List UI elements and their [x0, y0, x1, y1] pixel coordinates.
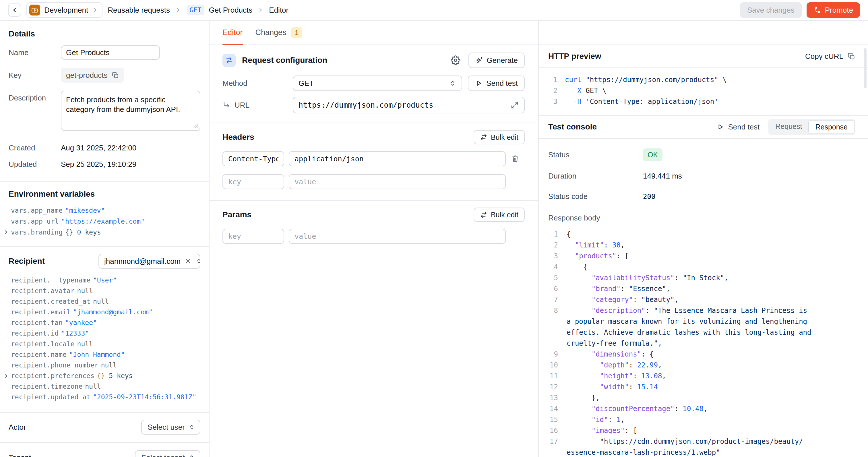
kv-key: recipient.email [11, 308, 71, 316]
bulk-edit-icon [480, 211, 487, 218]
kv-key: recipient.created_at [11, 298, 90, 305]
tab-editor[interactable]: Editor [222, 21, 243, 45]
send-test-button[interactable]: Send test [468, 75, 525, 91]
tenant-select-label: Select tenant [141, 453, 185, 457]
chevron-left-icon [11, 6, 19, 14]
gear-icon[interactable] [451, 55, 460, 65]
response-tab[interactable]: Response [808, 120, 855, 134]
created-value: Aug 31 2025, 22:42:00 [61, 144, 136, 152]
recipient-fields-list: recipient.__typename"User"recipient.avat… [3, 275, 200, 402]
copy-icon [847, 52, 856, 60]
code-line: 11 "height": 13.08, [548, 371, 856, 382]
copy-curl-button[interactable]: Copy cURL [805, 52, 856, 61]
kv-row: recipient.id"12333" [3, 328, 200, 339]
bulk-edit-label: Bulk edit [491, 133, 518, 142]
actor-select[interactable]: Select user [141, 420, 200, 435]
kv-key: recipient.locale [11, 340, 74, 347]
kv-value: "User" [93, 276, 117, 284]
code-line: 13 }, [548, 392, 856, 403]
url-input[interactable]: https://dummyjson.com/products [293, 97, 525, 113]
name-input[interactable] [61, 45, 160, 60]
workspace-folder-icon [29, 5, 40, 16]
kv-key: vars.app_url [11, 218, 59, 225]
status-badge: OK [643, 148, 662, 161]
kv-key: vars.branding [11, 228, 63, 236]
headers-title: Headers [222, 133, 254, 142]
request-config-title: Request configuration [242, 56, 327, 65]
request-response-toggle: Request Response [768, 119, 856, 135]
kv-key: recipient.name [11, 351, 67, 358]
code-line: 7 "category": "beauty", [548, 294, 856, 305]
tab-changes[interactable]: Changes 1 [255, 21, 302, 45]
params-bulk-edit-button[interactable]: Bulk edit [474, 208, 525, 222]
header-key-input-empty[interactable] [222, 174, 284, 189]
recipient-select[interactable]: jhammond@gmail.com [98, 254, 200, 269]
param-value-input[interactable] [289, 229, 506, 244]
kv-value: {} 5 keys [97, 372, 133, 379]
header-key-input[interactable] [222, 151, 284, 166]
console-send-test-label: Send test [728, 123, 760, 131]
env-vars-title: Environment variables [9, 189, 200, 199]
copy-curl-label: Copy cURL [805, 52, 843, 61]
breadcrumb-request-name[interactable]: Get Products [209, 6, 253, 14]
promote-button[interactable]: Promote [807, 2, 860, 18]
scrollbar-thumb[interactable] [864, 48, 867, 88]
tab-editor-label: Editor [222, 28, 243, 37]
method-select[interactable]: GET [293, 75, 462, 91]
expand-chevron-icon[interactable]: › [3, 371, 9, 381]
method-value: GET [299, 79, 314, 88]
send-test-label: Send test [486, 79, 518, 88]
code-line: 5 "availabilityStatus": "In Stock", [548, 272, 856, 283]
code-line: 6 "brand": "Essence", [548, 283, 856, 294]
header-value-input[interactable] [289, 151, 506, 166]
params-title: Params [222, 210, 251, 219]
clear-x-icon[interactable] [185, 258, 191, 265]
description-textarea[interactable]: Fetch products from a specific category … [61, 91, 200, 131]
chevron-right-icon [175, 7, 181, 13]
back-button[interactable] [8, 3, 21, 17]
save-changes-button[interactable]: Save changes [740, 2, 802, 18]
kv-value: "mikesdev" [65, 207, 105, 214]
kv-key: recipient.phone_number [11, 361, 98, 369]
console-send-test-button[interactable]: Send test [716, 123, 760, 131]
headers-bulk-edit-button[interactable]: Bulk edit [474, 130, 525, 144]
code-line: cruelty-free formula.", [548, 338, 856, 349]
param-key-input[interactable] [222, 229, 284, 244]
header-value-input-empty[interactable] [289, 174, 506, 189]
expand-icon[interactable] [510, 101, 519, 110]
kv-key: recipient.preferences [11, 372, 94, 379]
breadcrumb-editor[interactable]: Editor [269, 6, 288, 14]
resize-handle-icon[interactable] [193, 123, 198, 129]
changes-count-badge: 1 [291, 27, 302, 38]
code-line: 1{ [548, 229, 856, 240]
chevron-right-icon [92, 7, 98, 13]
recipient-title: Recipient [9, 256, 45, 266]
bulk-edit-icon [480, 133, 487, 141]
top-bar: Development Reusable requests GET Get Pr… [0, 0, 868, 21]
tenant-select[interactable]: Select tenant [135, 450, 200, 457]
promote-label: Promote [825, 6, 853, 14]
trash-icon[interactable] [506, 154, 525, 163]
kv-key: recipient.timezone [11, 383, 82, 390]
method-badge: GET [187, 5, 205, 15]
kv-value: "John Hammond" [69, 351, 125, 358]
workspace-selector[interactable]: Development [26, 2, 102, 18]
kv-key: recipient.fan [11, 319, 63, 326]
code-line: 8 "description": "The Essence Mascara La… [548, 305, 856, 316]
status-code-value: 200 [643, 193, 655, 201]
code-line: 14 "discountPercentage": 10.48, [548, 403, 856, 414]
chevrons-up-down-icon [188, 424, 195, 431]
generate-button[interactable]: Generate [468, 53, 525, 68]
request-tab[interactable]: Request [769, 120, 808, 134]
duration-value: 149.441 ms [643, 172, 682, 181]
code-line: 16 "images": [ [548, 425, 856, 436]
name-label: Name [9, 48, 61, 57]
expand-chevron-icon[interactable]: › [3, 227, 9, 237]
kv-row: recipient.email"jhammond@gmail.com" [3, 307, 200, 317]
duration-label: Duration [548, 172, 643, 181]
code-line: 3 "products": [ [548, 251, 856, 262]
code-line: 1curl "https://dummyjson.com/products" \ [548, 74, 856, 85]
breadcrumb-reusable-requests[interactable]: Reusable requests [107, 6, 170, 14]
copy-icon[interactable] [112, 71, 119, 79]
code-line: 4 { [548, 262, 856, 272]
